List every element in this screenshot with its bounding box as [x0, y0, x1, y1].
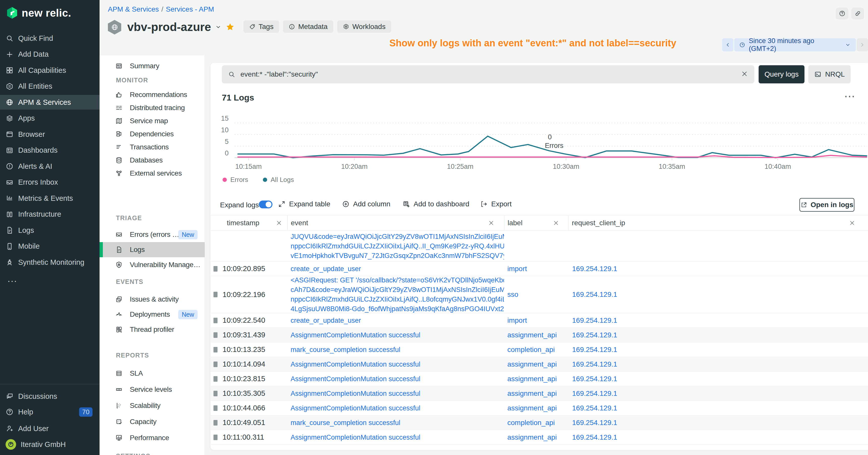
add-column-button[interactable]: Add column: [342, 200, 391, 208]
log-row[interactable]: 10:10:14.094AssignmentCompletionMutation…: [211, 357, 868, 371]
event-link[interactable]: vE1moHpkhokTVBvguN7_72JtGzGsqxZpn2OaKc3n…: [290, 251, 504, 260]
subnav-item-transactions[interactable]: Transactions: [99, 140, 205, 154]
ip-link[interactable]: 169.254.129.1: [572, 404, 617, 412]
subnav-item-issues-activity[interactable]: Issues & activity: [99, 292, 205, 307]
remove-column-icon[interactable]: [488, 220, 495, 226]
label-link[interactable]: assignment_api: [507, 390, 557, 397]
subnav-item-recommendations[interactable]: Recommendations: [99, 88, 205, 101]
event-link[interactable]: create_or_update_user: [290, 264, 504, 273]
subnav-item-external-services[interactable]: External services: [99, 167, 205, 180]
log-row[interactable]: 10:09:22.540create_or_update_userimport1…: [211, 313, 868, 328]
log-row[interactable]: 10:10:23.815AssignmentCompletionMutation…: [211, 371, 868, 386]
log-row[interactable]: 10:10:49.051mark_course_completion succe…: [211, 416, 868, 430]
remove-column-icon[interactable]: [276, 220, 282, 226]
sidebar-item-apps[interactable]: Apps: [0, 111, 99, 126]
log-search-input[interactable]: event:* -"label":"security": [222, 65, 754, 84]
log-row[interactable]: 10:10:13.235mark_course_completion succe…: [211, 343, 868, 357]
subnav-item-logs[interactable]: Logs: [99, 242, 205, 257]
time-picker-dropdown[interactable]: Since 30 minutes ago (GMT+2): [734, 38, 856, 52]
permalink-button[interactable]: [851, 7, 864, 20]
subnav-item-service-levels[interactable]: Service levels: [99, 382, 205, 397]
subnav-item-performance[interactable]: Performance: [99, 430, 205, 446]
sidebar-item-add-data[interactable]: Add Data: [0, 47, 99, 62]
ip-link[interactable]: 169.254.129.1: [572, 265, 617, 273]
label-link[interactable]: assignment_api: [507, 331, 557, 339]
remove-column-icon[interactable]: [849, 220, 856, 226]
column-header-timestamp[interactable]: timestamp: [211, 216, 287, 230]
column-header-request_client_ip[interactable]: request_client_ip: [568, 216, 868, 230]
ip-link[interactable]: 169.254.129.1: [572, 331, 617, 339]
label-link[interactable]: assignment_api: [507, 404, 557, 412]
ip-link[interactable]: 169.254.129.1: [572, 360, 617, 368]
query-logs-button[interactable]: Query logs: [758, 65, 805, 84]
subnav-item-vulnerability-management[interactable]: Vulnerability Management: [99, 257, 205, 272]
panel-menu-button[interactable]: ⋯: [844, 90, 856, 102]
column-header-label[interactable]: label: [504, 216, 568, 230]
legend-item-errors[interactable]: Errors: [222, 176, 248, 184]
log-row[interactable]: JUQVU&code=eyJraWQiOiJjcGltY29yZV8wOTI1M…: [211, 231, 868, 261]
event-link[interactable]: AssignmentCompletionMutation successful: [290, 330, 504, 340]
subnav-item-dependencies[interactable]: Dependencies: [99, 128, 205, 140]
metadata-button[interactable]: Metadata: [283, 21, 333, 33]
sidebar-footer-help[interactable]: Help70: [0, 404, 99, 419]
label-link[interactable]: import: [507, 265, 527, 273]
time-picker-prev-button[interactable]: [722, 38, 734, 52]
event-link[interactable]: mark_course_completion successful: [290, 345, 504, 355]
sidebar-item-infrastructure[interactable]: Infrastructure: [0, 207, 99, 222]
log-row[interactable]: 10:09:22.196<ASGIRequest: GET '/sso/call…: [211, 276, 868, 313]
open-in-logs-button[interactable]: Open in logs: [800, 198, 855, 212]
sidebar-footer-iterativ-gmbh[interactable]: Iterativ GmbH: [0, 437, 99, 452]
time-picker-next-button[interactable]: [857, 38, 868, 52]
sidebar-item-mobile[interactable]: Mobile: [0, 239, 99, 254]
subnav-item-deployments[interactable]: DeploymentsNew: [99, 307, 205, 322]
subnav-item-scalability[interactable]: Scalability: [99, 397, 205, 414]
subnav-item-databases[interactable]: Databases: [99, 154, 205, 167]
subnav-item-capacity[interactable]: Capacity: [99, 414, 205, 430]
legend-item-all-logs[interactable]: All Logs: [263, 176, 294, 184]
log-row[interactable]: 10:09:31.439AssignmentCompletionMutation…: [211, 328, 868, 343]
sidebar-item-dashboards[interactable]: Dashboards: [0, 143, 99, 158]
workloads-button[interactable]: Workloads: [337, 21, 391, 33]
ip-link[interactable]: 169.254.129.1: [572, 346, 617, 354]
sidebar-item-apm-services[interactable]: APM & Services: [0, 95, 99, 109]
subnav-item-sla[interactable]: SLA: [99, 365, 205, 382]
ip-link[interactable]: 169.254.129.1: [572, 390, 617, 397]
newrelic-logo[interactable]: new relic.: [6, 6, 71, 20]
log-row[interactable]: 10:11:00.311AssignmentCompletionMutation…: [211, 430, 868, 445]
sidebar-footer-add-user[interactable]: Add User: [0, 421, 99, 436]
event-link[interactable]: <ASGIRequest: GET '/sso/callback/?state=…: [290, 276, 504, 285]
event-link[interactable]: AssignmentCompletionMutation successful: [290, 374, 504, 384]
sidebar-item-logs[interactable]: Logs: [0, 223, 99, 237]
expand-table-button[interactable]: Expand table: [278, 200, 330, 208]
label-link[interactable]: assignment_api: [507, 375, 557, 383]
log-row[interactable]: 10:10:44.066AssignmentCompletionMutation…: [211, 401, 868, 416]
event-link[interactable]: 4LgSjsuUW8B0Mi8-Gdo_f6ofWhjpatNs9jaMs9qK…: [290, 304, 504, 313]
sidebar-item-synthetic-monitoring[interactable]: Synthetic Monitoring: [0, 255, 99, 269]
log-row[interactable]: 10:10:35.305AssignmentCompletionMutation…: [211, 386, 868, 401]
ip-link[interactable]: 169.254.129.1: [572, 419, 617, 427]
sidebar-item-metrics-events[interactable]: Metrics & Events: [0, 191, 99, 205]
sidebar-item-all-capabilities[interactable]: All Capabilities: [0, 63, 99, 77]
subnav-item-summary[interactable]: Summary: [99, 60, 205, 72]
label-link[interactable]: assignment_api: [507, 360, 557, 368]
subnav-item-thread-profiler[interactable]: Thread profiler: [99, 322, 205, 337]
nrql-button[interactable]: NRQL: [808, 65, 850, 84]
ip-link[interactable]: 169.254.129.1: [572, 291, 617, 298]
event-link[interactable]: nppcCI6IkRlZmxhdGUiLCJzZXIiOiIxLjAifQ..L…: [290, 294, 504, 304]
label-link[interactable]: completion_api: [507, 419, 555, 427]
favorite-star-icon[interactable]: [225, 23, 235, 32]
log-row[interactable]: 10:09:20.895create_or_update_userimport1…: [211, 261, 868, 276]
expand-logs-toggle[interactable]: [259, 200, 273, 208]
sidebar-item-browser[interactable]: Browser: [0, 127, 99, 141]
help-button[interactable]: [836, 7, 848, 20]
subnav-item-errors-errors-inb-[interactable]: Errors (errors inb...New: [99, 227, 205, 242]
event-link[interactable]: create_or_update_user: [290, 316, 504, 325]
ip-link[interactable]: 169.254.129.1: [572, 375, 617, 383]
search-clear-icon[interactable]: [741, 70, 748, 78]
sidebar-item-all-entities[interactable]: All Entities: [0, 79, 99, 94]
breadcrumb-link-services-apm[interactable]: Services - APM: [166, 5, 214, 13]
event-link[interactable]: JUQVU&code=eyJraWQiOiJjcGltY29yZV8wOTI1M…: [290, 232, 504, 241]
ip-link[interactable]: 169.254.129.1: [572, 433, 617, 442]
event-link[interactable]: cAh7D&code=eyJraWQiOiJjcGltY29yZV8wOTI1M…: [290, 285, 504, 294]
event-link[interactable]: mark_course_completion successful: [290, 418, 504, 427]
